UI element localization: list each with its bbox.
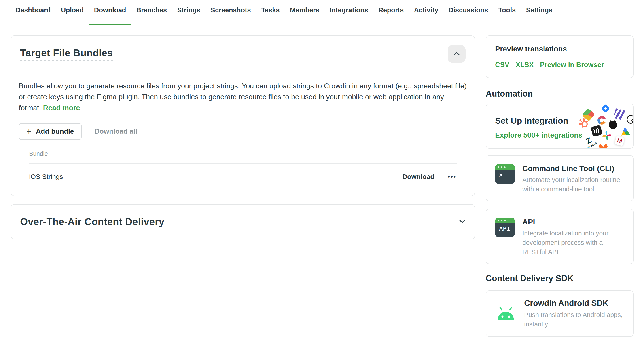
cli-card-text: Command Line Tool (CLI) Automate your lo… <box>522 164 627 192</box>
android-sdk-card[interactable]: Crowdin Android SDK Push translations to… <box>486 290 634 337</box>
set-up-integration-card[interactable]: Set Up Integration Explore 500+ integrat… <box>486 104 634 149</box>
preview-translations-title: Preview translations <box>495 45 624 53</box>
tab-activity[interactable]: Activity <box>414 6 438 25</box>
tab-tools[interactable]: Tools <box>498 6 516 25</box>
api-icon-titlebar <box>495 218 515 223</box>
content-delivery-sdk-heading: Content Delivery SDK <box>486 274 574 283</box>
bundles-card-header: Target File Bundles <box>11 36 474 72</box>
automation-heading: Automation <box>486 89 533 98</box>
row-actions: Download ••• <box>402 173 456 180</box>
tab-tasks[interactable]: Tasks <box>261 6 280 25</box>
tab-members[interactable]: Members <box>290 6 320 25</box>
zendesk-icon: Z zendesk <box>582 135 598 149</box>
bundles-description-text: Bundles allow you to generate resource f… <box>19 82 467 112</box>
mailchimp-icon <box>626 115 634 124</box>
contentful-icon <box>598 116 606 124</box>
slack-icon <box>601 130 612 142</box>
api-card-text: API Integrate localization into your dev… <box>522 218 627 255</box>
cli-card[interactable]: >_ Command Line Tool (CLI) Automate your… <box>486 155 634 201</box>
tab-reports[interactable]: Reports <box>378 6 404 25</box>
chevron-down-icon[interactable] <box>459 219 466 224</box>
tab-screenshots[interactable]: Screenshots <box>211 6 251 25</box>
integration-card-text: Set Up Integration Explore 500+ integrat… <box>495 116 582 139</box>
terminal-titlebar <box>495 164 515 170</box>
chevron-up-icon <box>453 52 460 56</box>
android-card-title: Crowdin Android SDK <box>524 298 627 308</box>
tab-branches[interactable]: Branches <box>136 6 167 25</box>
marvel-icon <box>613 108 625 120</box>
integration-card-title: Set Up Integration <box>495 116 582 126</box>
bundles-actions-row: + Add bundle Download all <box>19 123 467 140</box>
project-tab-bar: Dashboard Upload Download Branches Strin… <box>11 6 634 26</box>
read-more-link[interactable]: Read more <box>43 104 80 112</box>
ota-card-title: Over-The-Air Content Delivery <box>20 216 164 228</box>
bundle-column-header: Bundle <box>19 150 467 158</box>
android-card-text: Crowdin Android SDK Push translations to… <box>524 298 627 329</box>
xlsx-link[interactable]: XLSX <box>516 61 534 69</box>
table-row: iOS Strings Download ••• <box>19 164 467 180</box>
row-download-link[interactable]: Download <box>402 173 434 180</box>
api-icon-label: API <box>495 226 515 232</box>
add-bundle-button[interactable]: + Add bundle <box>19 123 82 140</box>
android-card-description: Push translations to Android apps, insta… <box>524 310 627 329</box>
google-drive-icon <box>620 127 630 136</box>
github-icon <box>609 120 617 129</box>
plus-icon: + <box>26 128 31 135</box>
tab-discussions[interactable]: Discussions <box>448 6 488 25</box>
preview-links-row: CSV XLSX Preview in Browser <box>495 61 624 69</box>
download-all-link[interactable]: Download all <box>94 128 137 136</box>
gitlab-icon <box>598 143 608 149</box>
terminal-prompt-glyph: >_ <box>495 172 515 179</box>
ota-content-delivery-card[interactable]: Over-The-Air Content Delivery <box>11 204 475 240</box>
bundles-card-title: Target File Bundles <box>20 48 113 60</box>
bundle-name: iOS Strings <box>29 173 63 180</box>
bundles-description: Bundles allow you to generate resource f… <box>19 80 467 113</box>
jira-icon <box>601 104 610 113</box>
add-bundle-label: Add bundle <box>36 128 74 136</box>
collapse-bundles-button[interactable] <box>448 45 466 63</box>
api-icon: API <box>495 218 515 237</box>
tab-strings[interactable]: Strings <box>177 6 200 25</box>
more-options-icon[interactable]: ••• <box>448 173 456 180</box>
csv-link[interactable]: CSV <box>495 61 510 69</box>
bundles-card-body: Bundles allow you to generate resource f… <box>11 72 474 180</box>
api-card[interactable]: API API Integrate localization into your… <box>486 208 634 264</box>
tab-dashboard[interactable]: Dashboard <box>16 6 51 25</box>
api-card-title: API <box>522 218 627 226</box>
mural-icon: M <box>614 136 625 146</box>
terminal-icon: >_ <box>495 164 515 184</box>
tab-download[interactable]: Download <box>94 6 126 25</box>
cli-card-title: Command Line Tool (CLI) <box>522 164 627 173</box>
preview-in-browser-link[interactable]: Preview in Browser <box>540 61 604 69</box>
preview-translations-card: Preview translations CSV XLSX Preview in… <box>486 35 634 78</box>
tab-settings[interactable]: Settings <box>526 6 552 25</box>
target-file-bundles-card: Target File Bundles Bundles allow you to… <box>11 35 475 196</box>
explore-integrations-link[interactable]: Explore 500+ integrations <box>495 131 582 139</box>
api-card-description: Integrate localization into your develop… <box>522 228 627 257</box>
tab-upload[interactable]: Upload <box>61 6 84 25</box>
tab-integrations[interactable]: Integrations <box>330 6 368 25</box>
android-icon <box>495 307 516 321</box>
cli-card-description: Automate your localization routine with … <box>522 175 627 194</box>
